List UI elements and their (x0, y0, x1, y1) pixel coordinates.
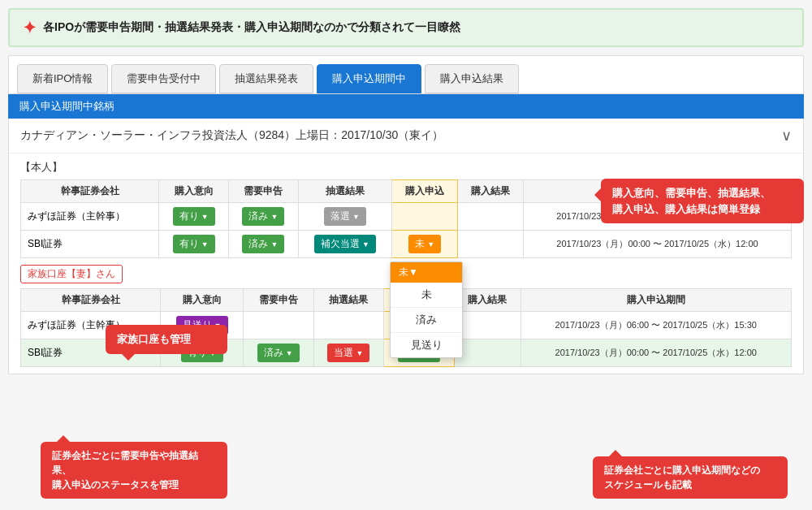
lottery-button[interactable]: 補欠当選 (314, 235, 376, 253)
result-cell (454, 339, 520, 367)
top-banner: ✦ 各IPOが需要申告期間・抽選結果発表・購入申込期間なのかで分類されて一目瞭然 (8, 8, 804, 47)
col-schedule-f: 購入申込期間 (520, 289, 792, 312)
family-label: 家族口座【妻】さん (20, 265, 123, 283)
lottery-cell (313, 312, 384, 339)
demand-cell: 済み (229, 203, 299, 231)
dropdown-header: 未▼ (391, 262, 462, 283)
company-cell: みずほ証券（主幹事） (21, 203, 159, 231)
callout-status: 証券会社ごとに需要申告や抽選結果、購入申込のステータスを管理 (41, 442, 227, 499)
col-intent-f: 購入意向 (161, 289, 244, 312)
tabs-container: 新着IPO情報 需要申告受付中 抽選結果発表 購入申込期間中 購入申込結果 (8, 55, 804, 94)
schedule-text: 2017/10/23（月）00:00 〜 2017/10/25（水）12:00 (555, 348, 757, 357)
col-demand: 需要申告 (229, 180, 299, 203)
intent-cell: 有り (159, 231, 229, 258)
purchase-cell (392, 203, 458, 231)
tab-lottery[interactable]: 抽選結果発表 (219, 64, 313, 93)
intent-button[interactable]: 有り (173, 207, 215, 226)
schedule-text: 2017/10/23（月）06:00 〜 2017/10/25（水）15:30 (555, 320, 757, 330)
banner-icon: ✦ (23, 18, 37, 37)
col-result: 購入結果 (458, 180, 524, 203)
purchase-dropdown[interactable]: 未▼ 未 済み 見送り (390, 261, 463, 358)
self-label: 【本人】 (20, 160, 792, 175)
lottery-cell: 補欠当選 (298, 231, 392, 258)
result-cell (458, 203, 524, 231)
demand-cell: 済み (229, 231, 299, 258)
col-company: 幹事証券会社 (21, 180, 159, 203)
schedule-text: 2017/10/23（月）00:00 〜 2017/10/25（水）12:00 (556, 239, 758, 249)
tab-purchase-result[interactable]: 購入申込結果 (425, 64, 519, 93)
banner-text: 各IPOが需要申告期間・抽選結果発表・購入申込期間なのかで分類されて一目瞭然 (43, 20, 460, 35)
stock-header: カナディアン・ソーラー・インフラ投資法人（9284）上場日：2017/10/30… (9, 119, 803, 153)
lottery-cell: 当選 (313, 339, 384, 367)
demand-button[interactable]: 済み (242, 207, 284, 226)
col-result-f: 購入結果 (454, 289, 520, 312)
callout-register: 購入意向、需要申告、抽選結果、購入申込、購入結果は簡単登録 (601, 179, 804, 223)
schedule-cell: 2017/10/23（月）00:00 〜 2017/10/25（水）12:00 (520, 339, 792, 367)
purchase-button[interactable]: 未 (408, 235, 441, 253)
table-row: SBI証券 有り 済み 補欠当選 未 (21, 231, 792, 258)
lottery-cell: 落選 (298, 203, 392, 231)
schedule-cell: 2017/10/23（月）00:00 〜 2017/10/25（水）12:00 (524, 231, 792, 258)
col-lottery-f: 抽選結果 (313, 289, 384, 312)
stock-title: カナディアン・ソーラー・インフラ投資法人（9284）上場日：2017/10/30… (20, 128, 443, 143)
col-company-f: 幹事証券会社 (21, 289, 161, 312)
lottery-button[interactable]: 当選 (327, 344, 369, 362)
result-cell (454, 312, 520, 339)
chevron-icon[interactable]: ∨ (781, 127, 792, 145)
lottery-button[interactable]: 落選 (324, 207, 366, 226)
demand-cell: 済み (243, 339, 313, 367)
dropdown-item-pass[interactable]: 見送り (391, 333, 462, 357)
demand-button[interactable]: 済み (242, 235, 284, 253)
demand-cell (243, 312, 313, 339)
section-header: 購入申込期間中銘柄 (8, 94, 804, 119)
dropdown-item-pending[interactable]: 未 (391, 283, 462, 307)
intent-cell: 有り (159, 203, 229, 231)
tab-new-ipo[interactable]: 新着IPO情報 (17, 64, 108, 93)
company-cell: SBI証券 (21, 231, 159, 258)
result-cell (458, 231, 524, 258)
demand-button[interactable]: 済み (257, 344, 300, 362)
col-demand-f: 需要申告 (243, 289, 313, 312)
col-purchase: 購入申込 (392, 180, 458, 203)
dropdown-item-done[interactable]: 済み (391, 308, 462, 332)
col-intent: 購入意向 (159, 180, 229, 203)
tab-purchase-period[interactable]: 購入申込期間中 (317, 64, 421, 93)
callout-schedule: 証券会社ごとに購入申込期間などのスケジュールも記載 (593, 456, 788, 499)
purchase-cell: 未 (392, 231, 458, 258)
intent-button[interactable]: 有り (173, 235, 215, 253)
tabs: 新着IPO情報 需要申告受付中 抽選結果発表 購入申込期間中 購入申込結果 (17, 64, 795, 93)
col-lottery: 抽選結果 (298, 180, 392, 203)
tab-demand[interactable]: 需要申告受付中 (111, 64, 216, 93)
schedule-cell: 2017/10/23（月）06:00 〜 2017/10/25（水）15:30 (520, 312, 792, 339)
callout-family: 家族口座も管理 (106, 325, 227, 354)
